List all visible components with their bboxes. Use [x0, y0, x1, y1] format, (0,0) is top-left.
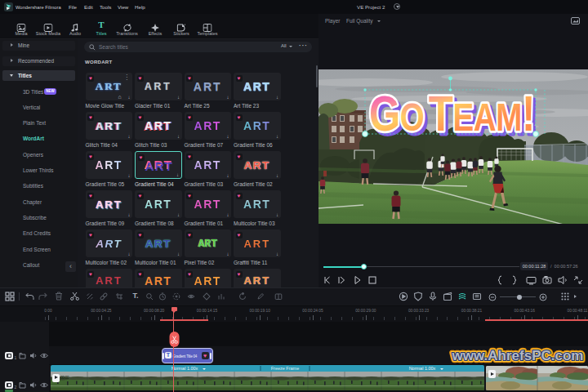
svg-text:www.AhrefsPC.com: www.AhrefsPC.com — [452, 348, 584, 363]
